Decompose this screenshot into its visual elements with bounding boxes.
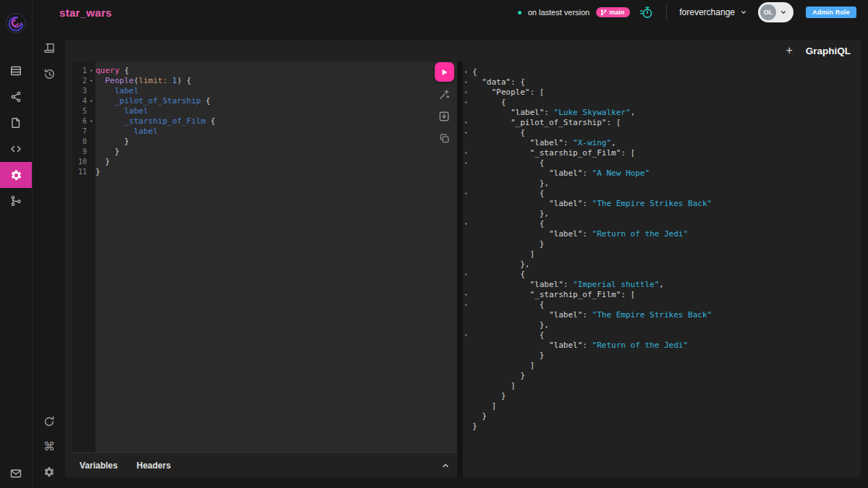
timer-button[interactable] bbox=[639, 5, 654, 20]
app: star_wars on lastest version main bbox=[0, 0, 868, 488]
merge-fragments-button[interactable] bbox=[435, 108, 453, 125]
copy-icon bbox=[439, 133, 450, 144]
refetch-schema-button[interactable] bbox=[39, 411, 59, 432]
branch-label: main bbox=[609, 9, 624, 16]
document-icon bbox=[10, 117, 22, 129]
play-icon bbox=[440, 68, 448, 77]
sidebar-item-code[interactable] bbox=[0, 136, 32, 162]
table-icon bbox=[10, 65, 22, 77]
graphiql-settings-button[interactable] bbox=[39, 462, 59, 482]
chevron-down-icon bbox=[740, 9, 747, 16]
sidebar-item-graph[interactable] bbox=[0, 84, 32, 110]
git-merge-icon bbox=[10, 195, 22, 207]
docs-button[interactable] bbox=[39, 38, 59, 58]
topbar-divider bbox=[666, 4, 667, 20]
command-icon: ⌘ bbox=[43, 441, 55, 453]
prettify-wand-icon bbox=[438, 89, 450, 100]
sidebar-item-merge[interactable] bbox=[0, 188, 32, 214]
app-logo[interactable] bbox=[5, 12, 27, 34]
role-badge: Admin Role bbox=[806, 7, 856, 18]
editor-toolbar bbox=[431, 62, 457, 147]
sidebar-item-mail[interactable] bbox=[0, 461, 32, 487]
history-icon bbox=[43, 68, 56, 80]
avatar: OL bbox=[760, 4, 776, 20]
git-branch-icon bbox=[600, 9, 607, 16]
gear-icon bbox=[10, 169, 22, 181]
page-title: star_wars bbox=[59, 7, 112, 19]
history-button[interactable] bbox=[39, 64, 59, 84]
workspace-name: foreverchange bbox=[679, 7, 735, 17]
copy-query-button[interactable] bbox=[435, 129, 453, 147]
editor-tools-footer: Variables Headers bbox=[72, 453, 457, 477]
code-icon bbox=[10, 143, 22, 155]
mail-icon bbox=[10, 468, 22, 479]
status-dot bbox=[518, 11, 522, 14]
refresh-icon bbox=[43, 416, 55, 427]
sidebar-item-tables[interactable] bbox=[0, 58, 32, 84]
branch-badge[interactable]: main bbox=[596, 7, 630, 17]
keyboard-shortcuts-button[interactable]: ⌘ bbox=[39, 437, 59, 457]
pane-resize-handle[interactable] bbox=[457, 61, 463, 477]
sidebar-item-documents[interactable] bbox=[0, 110, 32, 136]
prettify-button[interactable] bbox=[435, 86, 453, 103]
tab-variables[interactable]: Variables bbox=[80, 461, 118, 471]
plugin-sidebar-bottom: ⌘ bbox=[39, 411, 59, 482]
graphiql-plugin-sidebar: ⌘ bbox=[33, 38, 65, 488]
sidebar-item-settings[interactable] bbox=[0, 162, 32, 188]
user-menu[interactable]: OL bbox=[758, 2, 793, 22]
query-code[interactable]: 1▾query {2▾ People(limit: 1) {3 label4▾ … bbox=[72, 61, 457, 177]
workspace-dropdown[interactable]: foreverchange bbox=[679, 7, 747, 17]
version-status: on lastest version bbox=[528, 8, 590, 17]
sidebar-nav bbox=[0, 58, 32, 214]
response-code: ▾{▾ "data": {▾ "People": [▾ { "label": "… bbox=[463, 61, 861, 432]
response-viewer: ▾{▾ "data": {▾ "People": [▾ { "label": "… bbox=[463, 61, 861, 477]
app-sidebar bbox=[0, 0, 33, 488]
execute-query-button[interactable] bbox=[435, 62, 454, 82]
tab-headers[interactable]: Headers bbox=[137, 461, 171, 471]
merge-into-box-icon bbox=[438, 111, 450, 122]
gear-icon bbox=[43, 466, 55, 478]
topbar: star_wars on lastest version main bbox=[33, 0, 868, 25]
graph-network-icon bbox=[10, 91, 22, 103]
topbar-right: on lastest version main foreverchange bbox=[518, 2, 856, 22]
chevron-up-icon bbox=[441, 461, 450, 470]
query-editor[interactable]: 1▾query {2▾ People(limit: 1) {3 label4▾ … bbox=[72, 61, 457, 453]
docs-book-icon bbox=[43, 42, 56, 54]
collapse-editor-tools-button[interactable] bbox=[441, 461, 450, 470]
stopwatch-icon bbox=[639, 5, 654, 20]
chevron-down-icon bbox=[780, 9, 787, 16]
graphiql-brand: GraphiQL bbox=[806, 46, 851, 56]
graphiql-panel: + GraphiQL 1▾query {2▾ People(limit: 1) … bbox=[65, 40, 861, 477]
graphiql-header: + GraphiQL bbox=[65, 40, 861, 61]
spiral-logo-icon bbox=[5, 12, 27, 34]
add-tab-button[interactable]: + bbox=[786, 45, 792, 56]
